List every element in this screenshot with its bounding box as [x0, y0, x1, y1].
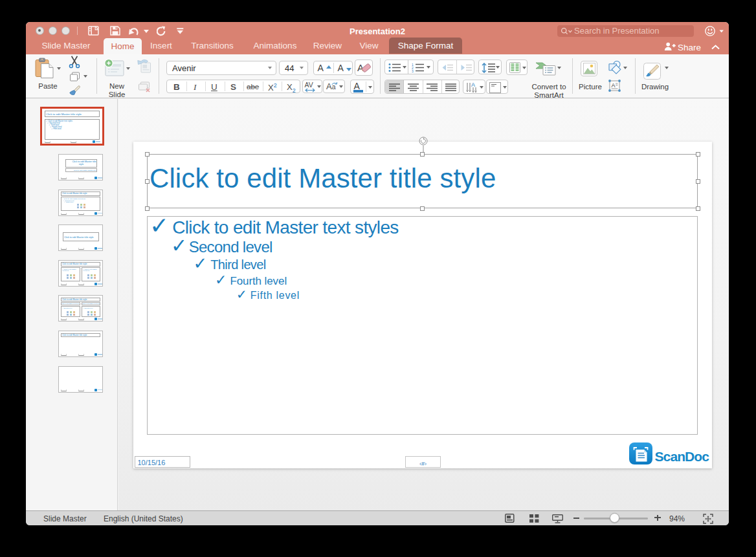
svg-text:A: A: [612, 82, 616, 89]
svg-text:3: 3: [412, 69, 414, 72]
svg-text:A: A: [471, 82, 475, 88]
